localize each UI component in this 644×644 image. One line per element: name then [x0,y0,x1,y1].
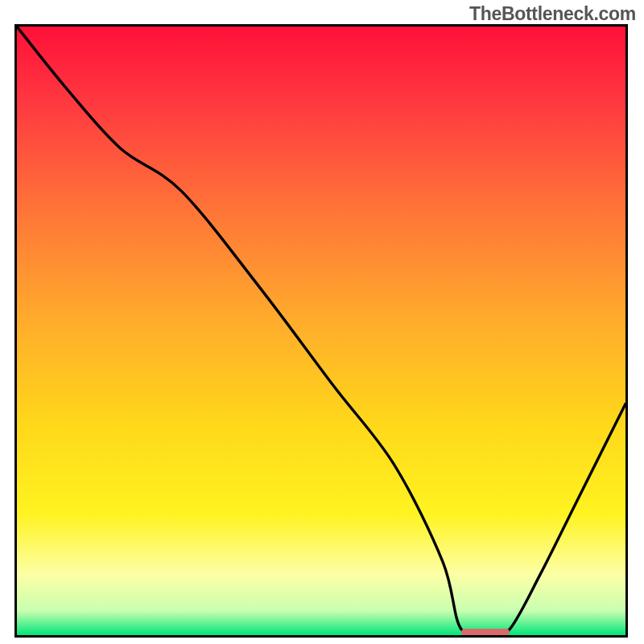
plot-area [14,24,628,638]
curve-line [17,27,625,635]
chart-container: TheBottleneck.com [0,0,644,644]
optimal-marker [461,629,510,636]
watermark-text: TheBottleneck.com [469,3,636,25]
